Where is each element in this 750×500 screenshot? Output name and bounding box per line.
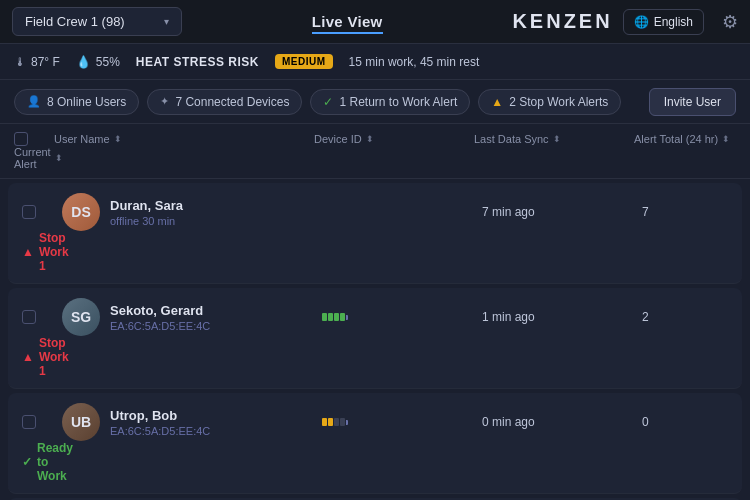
- table-body: DS Duran, Sara offline 30 min 7 min ago …: [0, 179, 750, 500]
- user-name: Sekoto, Gerard: [110, 303, 210, 318]
- col-device-id[interactable]: Device ID ⬍: [314, 133, 474, 145]
- user-info: DS Duran, Sara offline 30 min: [62, 193, 322, 231]
- chevron-down-icon: ▾: [164, 16, 169, 27]
- humidity-icon: 💧: [76, 55, 91, 69]
- action-bar: 👤 8 Online Users ✦ 7 Connected Devices ✓…: [0, 80, 750, 124]
- return-alert-label: 1 Return to Work Alert: [339, 95, 457, 109]
- settings-button[interactable]: ⚙: [722, 11, 738, 33]
- alert-total-cell: 7: [642, 205, 750, 219]
- col-username[interactable]: User Name ⬍: [54, 133, 314, 145]
- sort-sync-icon: ⬍: [553, 134, 561, 144]
- user-details: Duran, Sara offline 30 min: [110, 198, 183, 227]
- row-checkbox-cell: [22, 415, 62, 429]
- stop-alert-pill[interactable]: ▲ 2 Stop Work Alerts: [478, 89, 621, 115]
- stop-work-alert: ▲Stop Work 1: [22, 231, 62, 273]
- temperature-value: 87° F: [31, 55, 60, 69]
- user-name: Duran, Sara: [110, 198, 183, 213]
- risk-level-badge: MEDIUM: [275, 54, 333, 69]
- thermometer-icon: 🌡: [14, 55, 26, 69]
- globe-icon: 🌐: [634, 15, 649, 29]
- row-checkbox-cell: [22, 205, 62, 219]
- last-sync-cell: 7 min ago: [482, 205, 642, 219]
- ready-to-work-alert: ✓Ready to Work: [22, 441, 62, 483]
- connected-devices-label: 7 Connected Devices: [175, 95, 289, 109]
- last-sync-cell: 1 min ago: [482, 310, 642, 324]
- work-rest-label: 15 min work, 45 min rest: [349, 55, 480, 69]
- device-id-cell: [322, 418, 482, 426]
- user-name: Utrop, Bob: [110, 408, 210, 423]
- stop-alert-label: 2 Stop Work Alerts: [509, 95, 608, 109]
- temperature-item: 🌡 87° F: [14, 55, 60, 69]
- user-info: SG Sekoto, Gerard EA:6C:5A:D5:EE:4C: [62, 298, 322, 336]
- crew-selector[interactable]: Field Crew 1 (98) ▾: [12, 7, 182, 36]
- row-checkbox[interactable]: [22, 310, 36, 324]
- online-users-pill[interactable]: 👤 8 Online Users: [14, 89, 139, 115]
- language-button[interactable]: 🌐 English: [623, 9, 704, 35]
- current-alert-cell: ✓Ready to Work: [22, 441, 62, 483]
- row-checkbox-cell: [22, 310, 62, 324]
- logo-text: KENZEN: [512, 10, 612, 33]
- col-alert-total[interactable]: Alert Total (24 hr) ⬍: [634, 133, 750, 145]
- check-icon: ✓: [323, 95, 333, 109]
- humidity-item: 💧 55%: [76, 55, 120, 69]
- invite-user-button[interactable]: Invite User: [649, 88, 736, 116]
- current-alert-cell: ▲Stop Work 1: [22, 231, 62, 273]
- logo-area: KENZEN 🌐 English ⚙: [512, 9, 738, 35]
- row-checkbox[interactable]: [22, 205, 36, 219]
- connected-devices-pill[interactable]: ✦ 7 Connected Devices: [147, 89, 302, 115]
- return-alert-pill[interactable]: ✓ 1 Return to Work Alert: [310, 89, 470, 115]
- user-sub: EA:6C:5A:D5:EE:4C: [110, 320, 210, 332]
- user-info: UB Utrop, Bob EA:6C:5A:D5:EE:4C: [62, 403, 322, 441]
- col-current-alert[interactable]: Current Alert ⬍: [14, 146, 54, 170]
- col-last-sync[interactable]: Last Data Sync ⬍: [474, 133, 634, 145]
- alert-total-cell: 2: [642, 310, 750, 324]
- bluetooth-icon: ✦: [160, 95, 169, 108]
- sort-deviceid-icon: ⬍: [366, 134, 374, 144]
- user-details: Utrop, Bob EA:6C:5A:D5:EE:4C: [110, 408, 210, 437]
- table-row[interactable]: SG Sekoto, Gerard EA:6C:5A:D5:EE:4C 1 mi…: [8, 288, 742, 389]
- sort-alert-icon: ⬍: [722, 134, 730, 144]
- last-sync-cell: 0 min ago: [482, 415, 642, 429]
- status-bar: 🌡 87° F 💧 55% HEAT STRESS RISK MEDIUM 15…: [0, 44, 750, 80]
- row-checkbox[interactable]: [22, 415, 36, 429]
- table-row[interactable]: UB Utrop, Bob EA:6C:5A:D5:EE:4C 0 min ag…: [8, 393, 742, 494]
- user-details: Sekoto, Gerard EA:6C:5A:D5:EE:4C: [110, 303, 210, 332]
- device-id-cell: [322, 313, 482, 321]
- warning-triangle-icon: ▲: [22, 350, 34, 364]
- online-users-label: 8 Online Users: [47, 95, 126, 109]
- check-icon: ✓: [22, 455, 32, 469]
- stop-work-alert: ▲Stop Work 1: [22, 336, 62, 378]
- current-alert-cell: ▲Stop Work 1: [22, 336, 62, 378]
- select-all-checkbox[interactable]: [14, 132, 28, 146]
- crew-selector-label: Field Crew 1 (98): [25, 14, 125, 29]
- users-icon: 👤: [27, 95, 41, 108]
- warning-triangle-icon: ▲: [22, 245, 34, 259]
- avatar: DS: [62, 193, 100, 231]
- sort-current-icon: ⬍: [55, 153, 63, 163]
- user-sub: EA:6C:5A:D5:EE:4C: [110, 425, 210, 437]
- table-header: User Name ⬍ Device ID ⬍ Last Data Sync ⬍…: [0, 124, 750, 179]
- live-view-tab[interactable]: Live View: [182, 13, 512, 30]
- avatar: UB: [62, 403, 100, 441]
- table-row[interactable]: DS Duran, Sara offline 30 min 7 min ago …: [8, 183, 742, 284]
- sort-username-icon: ⬍: [114, 134, 122, 144]
- heat-risk-label: HEAT STRESS RISK: [136, 55, 259, 69]
- lang-label: English: [654, 15, 693, 29]
- header-checkbox-cell: [14, 132, 54, 146]
- avatar: SG: [62, 298, 100, 336]
- top-nav: Field Crew 1 (98) ▾ Live View KENZEN 🌐 E…: [0, 0, 750, 44]
- humidity-value: 55%: [96, 55, 120, 69]
- warning-icon: ▲: [491, 95, 503, 109]
- alert-total-cell: 0: [642, 415, 750, 429]
- user-sub: offline 30 min: [110, 215, 183, 227]
